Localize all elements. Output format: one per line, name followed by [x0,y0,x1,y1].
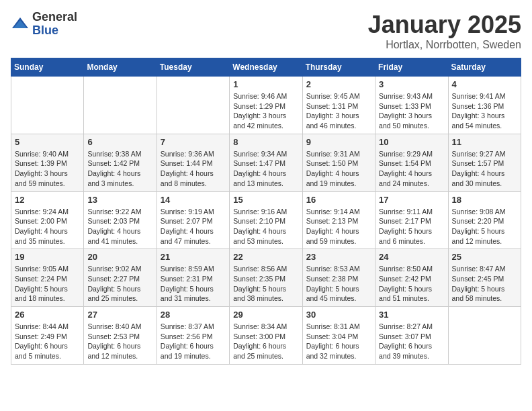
day-info: Sunrise: 9:16 AMSunset: 2:10 PMDaylight:… [233,207,298,246]
day-info: Sunrise: 9:41 AMSunset: 1:36 PMDaylight:… [452,91,517,131]
day-number: 15 [233,195,298,205]
logo-text: General Blue [32,11,77,38]
day-cell: 8Sunrise: 9:34 AMSunset: 1:47 PMDaylight… [230,134,302,191]
day-info: Sunrise: 9:22 AMSunset: 2:03 PMDaylight:… [87,207,152,246]
day-number: 20 [87,252,152,262]
day-cell: 7Sunrise: 9:36 AMSunset: 1:44 PMDaylight… [157,134,229,191]
day-cell [448,307,521,365]
week-row-3: 12Sunrise: 9:24 AMSunset: 2:00 PMDayligh… [11,191,521,249]
day-number: 17 [379,195,444,205]
day-cell [84,77,157,134]
day-cell: 28Sunrise: 8:37 AMSunset: 2:56 PMDayligh… [157,307,229,365]
day-cell: 25Sunrise: 8:47 AMSunset: 2:45 PMDayligh… [448,249,521,307]
header-cell-sunday: Sunday [11,58,84,77]
day-cell: 23Sunrise: 8:53 AMSunset: 2:38 PMDayligh… [302,249,375,307]
day-number: 25 [452,252,517,262]
day-cell: 31Sunrise: 8:27 AMSunset: 3:07 PMDayligh… [375,307,448,365]
day-number: 9 [306,137,371,147]
day-cell: 29Sunrise: 8:34 AMSunset: 3:00 PMDayligh… [230,307,302,365]
day-number: 27 [87,310,152,320]
day-cell: 2Sunrise: 9:45 AMSunset: 1:31 PMDaylight… [302,77,375,134]
page-header: General Blue January 2025 Hortlax, Norrb… [11,11,521,51]
week-row-4: 19Sunrise: 9:05 AMSunset: 2:24 PMDayligh… [11,249,521,307]
day-cell: 9Sunrise: 9:31 AMSunset: 1:50 PMDaylight… [302,134,375,191]
day-info: Sunrise: 9:46 AMSunset: 1:29 PMDaylight:… [233,91,298,131]
week-row-1: 1Sunrise: 9:46 AMSunset: 1:29 PMDaylight… [11,77,521,134]
day-info: Sunrise: 8:40 AMSunset: 2:53 PMDaylight:… [87,322,152,361]
day-info: Sunrise: 8:37 AMSunset: 2:56 PMDaylight:… [161,322,226,361]
day-cell: 26Sunrise: 8:44 AMSunset: 2:49 PMDayligh… [11,307,84,365]
day-cell: 14Sunrise: 9:19 AMSunset: 2:07 PMDayligh… [157,191,229,249]
day-info: Sunrise: 9:02 AMSunset: 2:27 PMDaylight:… [87,264,152,304]
day-cell: 11Sunrise: 9:27 AMSunset: 1:57 PMDayligh… [448,134,521,191]
day-cell: 5Sunrise: 9:40 AMSunset: 1:39 PMDaylight… [11,134,84,191]
day-number: 3 [379,79,444,89]
day-number: 14 [161,195,226,205]
day-cell [157,77,229,134]
logo-general: General [32,11,77,24]
day-number: 21 [161,252,226,262]
day-number: 7 [161,137,226,147]
day-number: 31 [379,310,444,320]
day-number: 26 [15,310,80,320]
day-number: 1 [233,79,298,89]
day-info: Sunrise: 9:43 AMSunset: 1:33 PMDaylight:… [379,91,444,131]
day-info: Sunrise: 9:40 AMSunset: 1:39 PMDaylight:… [15,149,80,189]
day-cell: 4Sunrise: 9:41 AMSunset: 1:36 PMDaylight… [448,77,521,134]
day-number: 5 [15,137,80,147]
day-info: Sunrise: 8:59 AMSunset: 2:31 PMDaylight:… [161,264,226,304]
day-info: Sunrise: 8:56 AMSunset: 2:35 PMDaylight:… [233,264,298,304]
calendar-body: 1Sunrise: 9:46 AMSunset: 1:29 PMDaylight… [11,77,521,365]
day-info: Sunrise: 8:44 AMSunset: 2:49 PMDaylight:… [15,322,80,361]
day-info: Sunrise: 9:27 AMSunset: 1:57 PMDaylight:… [452,149,517,189]
day-number: 4 [452,79,517,89]
day-cell: 22Sunrise: 8:56 AMSunset: 2:35 PMDayligh… [230,249,302,307]
day-cell: 19Sunrise: 9:05 AMSunset: 2:24 PMDayligh… [11,249,84,307]
day-cell: 13Sunrise: 9:22 AMSunset: 2:03 PMDayligh… [84,191,157,249]
day-cell: 20Sunrise: 9:02 AMSunset: 2:27 PMDayligh… [84,249,157,307]
day-number: 8 [233,137,298,147]
day-info: Sunrise: 8:31 AMSunset: 3:04 PMDaylight:… [306,322,371,361]
day-cell: 10Sunrise: 9:29 AMSunset: 1:54 PMDayligh… [375,134,448,191]
day-number: 23 [306,252,371,262]
day-number: 19 [15,252,80,262]
day-info: Sunrise: 8:34 AMSunset: 3:00 PMDaylight:… [233,322,298,361]
day-info: Sunrise: 9:36 AMSunset: 1:44 PMDaylight:… [161,149,226,189]
day-info: Sunrise: 8:27 AMSunset: 3:07 PMDaylight:… [379,322,444,361]
day-cell: 3Sunrise: 9:43 AMSunset: 1:33 PMDaylight… [375,77,448,134]
header-row: SundayMondayTuesdayWednesdayThursdayFrid… [11,58,521,77]
day-cell [11,77,84,134]
day-number: 22 [233,252,298,262]
day-cell: 21Sunrise: 8:59 AMSunset: 2:31 PMDayligh… [157,249,229,307]
day-cell: 12Sunrise: 9:24 AMSunset: 2:00 PMDayligh… [11,191,84,249]
day-info: Sunrise: 9:38 AMSunset: 1:42 PMDaylight:… [87,149,152,189]
calendar-header: SundayMondayTuesdayWednesdayThursdayFrid… [11,58,521,77]
day-number: 10 [379,137,444,147]
day-info: Sunrise: 8:50 AMSunset: 2:42 PMDaylight:… [379,264,444,304]
day-cell: 17Sunrise: 9:11 AMSunset: 2:17 PMDayligh… [375,191,448,249]
day-info: Sunrise: 9:19 AMSunset: 2:07 PMDaylight:… [161,207,226,246]
day-number: 18 [452,195,517,205]
day-cell: 30Sunrise: 8:31 AMSunset: 3:04 PMDayligh… [302,307,375,365]
header-cell-thursday: Thursday [302,58,375,77]
header-cell-tuesday: Tuesday [157,58,229,77]
day-number: 6 [87,137,152,147]
day-info: Sunrise: 9:05 AMSunset: 2:24 PMDaylight:… [15,264,80,304]
day-cell: 1Sunrise: 9:46 AMSunset: 1:29 PMDaylight… [230,77,302,134]
day-cell: 15Sunrise: 9:16 AMSunset: 2:10 PMDayligh… [230,191,302,249]
calendar-subtitle: Hortlax, Norrbotten, Sweden [368,39,521,51]
day-cell: 27Sunrise: 8:40 AMSunset: 2:53 PMDayligh… [84,307,157,365]
day-number: 24 [379,252,444,262]
logo-icon [11,15,30,34]
title-block: January 2025 Hortlax, Norrbotten, Sweden [368,11,521,51]
day-info: Sunrise: 8:53 AMSunset: 2:38 PMDaylight:… [306,264,371,304]
header-cell-friday: Friday [375,58,448,77]
header-cell-saturday: Saturday [448,58,521,77]
day-number: 28 [161,310,226,320]
day-number: 13 [87,195,152,205]
day-info: Sunrise: 9:29 AMSunset: 1:54 PMDaylight:… [379,149,444,189]
day-info: Sunrise: 9:14 AMSunset: 2:13 PMDaylight:… [306,207,371,246]
week-row-5: 26Sunrise: 8:44 AMSunset: 2:49 PMDayligh… [11,307,521,365]
day-info: Sunrise: 9:11 AMSunset: 2:17 PMDaylight:… [379,207,444,246]
day-info: Sunrise: 9:34 AMSunset: 1:47 PMDaylight:… [233,149,298,189]
